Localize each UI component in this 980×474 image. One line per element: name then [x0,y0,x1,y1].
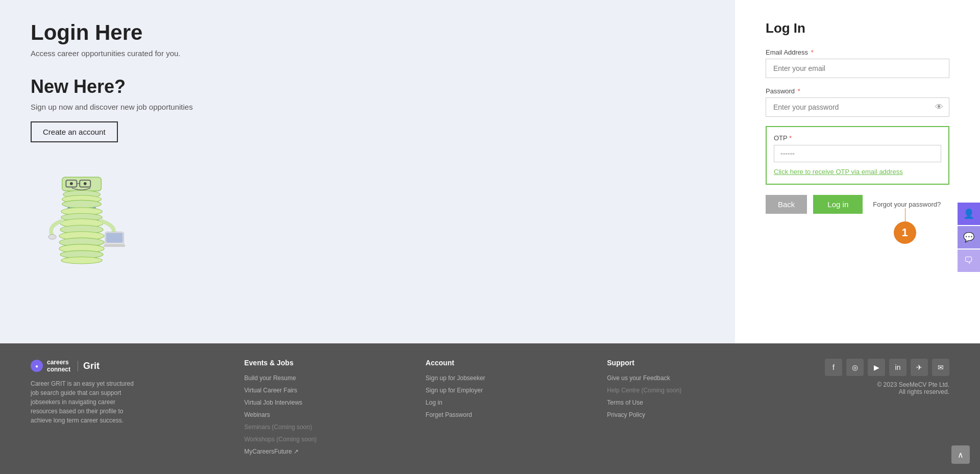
otp-label: OTP * [774,134,941,142]
scroll-to-top-button[interactable]: ∧ [951,445,970,464]
logo-icon: ● [31,360,43,372]
svg-point-5 [84,182,87,185]
eye-icon[interactable]: 👁 [935,103,943,112]
footer-section-account: Account Sign up for Jobseeker Sign up fo… [426,359,586,459]
side-btn-profile[interactable]: 👤 [958,203,980,225]
create-account-button[interactable]: Create an account [31,121,118,142]
footer-link-item: Virtual Job Interviews [244,397,405,407]
forgot-password-link[interactable]: Forgot your password? [873,201,941,208]
footer-link-item: Forget Password [426,410,586,419]
password-wrapper: 👁 [766,97,949,117]
careers-connect-text: careersconnect [47,359,70,373]
footer-link-item: Seminars (Coming soon) [244,422,405,431]
svg-rect-23 [104,245,125,247]
footer-links-account: Sign up for Jobseeker Sign up for Employ… [426,373,586,419]
terms-of-use-link[interactable]: Terms of Use [607,399,643,406]
footer-link-item: Privacy Policy [607,410,768,419]
build-resume-link[interactable]: Build your Resume [244,375,296,382]
new-here-subtitle: Sign up now and discover new job opportu… [31,103,193,111]
password-group: Password * 👁 [766,87,949,117]
footer-heading-events: Events & Jobs [244,359,405,367]
footer-copyright: © 2023 SeeMeCV Pte Ltd. All rights reser… [877,381,949,395]
footer-link-item: Build your Resume [244,373,405,382]
email-input[interactable] [766,59,949,78]
footer-link-item: Workshops (Coming soon) [244,434,405,443]
footer-links-events: Build your Resume Virtual Career Fairs V… [244,373,405,456]
svg-rect-0 [62,177,102,191]
feedback-link[interactable]: Give us your Feedback [607,375,670,382]
side-btn-support[interactable]: 🗨 [958,250,980,272]
main-content: Login Here Access career opportunities c… [0,0,980,343]
illustration: Tenacity [31,158,133,275]
youtube-icon[interactable]: ▶ [868,359,885,376]
footer-link-item: Give us your Feedback [607,373,768,382]
seminars-link[interactable]: Seminars (Coming soon) [244,423,312,431]
right-panel: Log In Email Address * Password * 👁 OTP … [735,0,980,343]
new-here-title: New Here? [31,76,126,97]
footer-heading-account: Account [426,359,586,367]
footer-link-item: MyCareersFuture ↗ [244,446,405,456]
footer-section-events: Events & Jobs Build your Resume Virtual … [244,359,405,459]
footer-section-support: Support Give us your Feedback Help Centr… [607,359,768,459]
annotation-badge: 1 [894,221,916,244]
careers-connect-logo: ● careersconnect [31,359,70,373]
side-buttons: 👤 💬 🗨 [958,203,980,272]
form-title: Log In [766,20,949,36]
signup-employer-link[interactable]: Sign up for Employer [426,387,483,394]
footer-links-support: Give us your Feedback Help Centre (Comin… [607,373,768,419]
footer-link-item: Sign up for Jobseeker [426,373,586,382]
login-subtitle: Access career opportunities curated for … [31,49,180,58]
my-careers-future-link[interactable]: MyCareersFuture ↗ [244,448,299,455]
virtual-job-interviews-link[interactable]: Virtual Job Interviews [244,399,302,406]
footer-link-item: Webinars [244,410,405,419]
footer-link-item: Help Centre (Coming soon) [607,385,768,394]
otp-input[interactable] [774,145,941,162]
telegram-icon[interactable]: ✈ [911,359,928,376]
svg-point-19 [61,257,103,264]
back-button[interactable]: Back [766,195,807,214]
svg-point-4 [70,182,73,185]
left-panel: Login Here Access career opportunities c… [0,0,735,343]
privacy-policy-link[interactable]: Privacy Policy [607,411,645,418]
footer-link-item: Virtual Career Fairs [244,385,405,394]
buttons-row: Back Log in Forgot your password? 1 [766,195,949,214]
side-btn-chat[interactable]: 💬 [958,226,980,248]
footer-description: Career GRIT is an easy yet structured jo… [31,379,143,425]
footer: ● careersconnect Grit Career GRIT is an … [0,343,980,474]
svg-rect-22 [106,233,123,243]
otp-box: OTP * Click here to receive OTP via emai… [766,126,949,185]
footer-heading-support: Support [607,359,768,367]
instagram-icon[interactable]: ◎ [846,359,864,376]
signup-jobseeker-link[interactable]: Sign up for Jobseeker [426,375,485,382]
webinars-link[interactable]: Webinars [244,411,270,418]
social-icons: f ◎ ▶ in ✈ ✉ [825,359,949,376]
annotation-wrapper: Forgot your password? 1 [869,201,941,208]
login-button[interactable]: Log in [813,195,863,214]
otp-email-link[interactable]: Click here to receive OTP via email addr… [774,167,941,177]
footer-link-item: Log in [426,397,586,407]
workshops-link[interactable]: Workshops (Coming soon) [244,436,316,443]
email-icon[interactable]: ✉ [932,359,949,376]
forget-password-link[interactable]: Forget Password [426,411,472,418]
footer-logo: ● careersconnect Grit [31,359,224,373]
grit-logo: Grit [78,361,100,371]
footer-right: f ◎ ▶ in ✈ ✉ © 2023 SeeMeCV Pte Ltd. All… [789,359,949,459]
footer-link-item: Sign up for Employer [426,385,586,394]
svg-point-10 [62,200,102,208]
email-group: Email Address * [766,48,949,78]
email-label: Email Address * [766,48,949,56]
password-label: Password * [766,87,949,95]
facebook-icon[interactable]: f [825,359,842,376]
linkedin-icon[interactable]: in [889,359,906,376]
password-input[interactable] [766,97,949,117]
login-title: Login Here [31,20,142,45]
help-centre-link[interactable]: Help Centre (Coming soon) [607,387,681,394]
virtual-career-fairs-link[interactable]: Virtual Career Fairs [244,387,297,394]
svg-point-20 [48,234,56,239]
footer-brand: ● careersconnect Grit Career GRIT is an … [31,359,224,459]
footer-link-item: Terms of Use [607,397,768,407]
login-link[interactable]: Log in [426,399,443,406]
